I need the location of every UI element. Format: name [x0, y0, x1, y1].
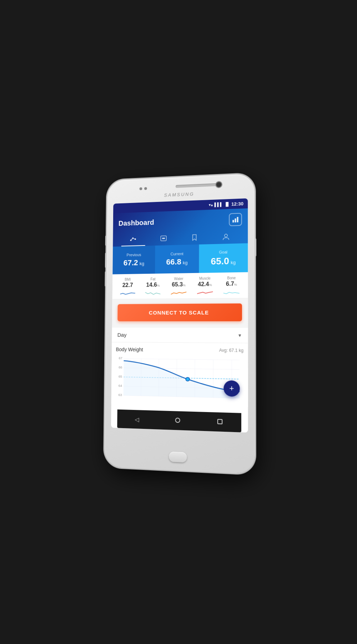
nav-tab-scale[interactable] — [148, 231, 179, 246]
bmi-label: BMI — [125, 278, 131, 282]
brand-label: SAMSUNG — [164, 191, 194, 198]
home-circle-icon — [175, 417, 180, 423]
fat-value: 14.6 — [146, 282, 157, 288]
current-unit: kg — [183, 260, 188, 265]
recent-apps-icon — [217, 419, 222, 424]
previous-unit: kg — [140, 261, 144, 266]
home-button[interactable] — [175, 417, 180, 425]
physical-home-button[interactable] — [169, 451, 187, 462]
bar-chart-icon — [232, 216, 238, 223]
chart-icon-button[interactable] — [229, 213, 242, 226]
fat-value-row: 14.6% — [146, 282, 160, 288]
goal-value: 65.0 — [211, 256, 229, 267]
profile-icon — [222, 233, 230, 243]
comp-muscle: Muscle 42.4% — [196, 276, 213, 296]
svg-point-28 — [186, 377, 190, 381]
sensor-dot-1 — [140, 187, 142, 190]
chart-header: Body Weight Avg: 67.1 kg — [116, 347, 244, 353]
volume-up-button[interactable] — [105, 236, 107, 246]
chart-title: Body Weight — [116, 347, 143, 352]
goal-unit: kg — [231, 259, 236, 265]
svg-rect-2 — [237, 217, 238, 222]
water-value: 65.3 — [172, 281, 183, 287]
phone-sensors — [140, 187, 147, 190]
power-button[interactable] — [255, 238, 256, 257]
previous-value-row: 67.2 kg — [124, 258, 145, 268]
bmi-chart — [120, 290, 135, 297]
chart-avg: Avg: 67.1 kg — [219, 348, 243, 353]
signal-icon: ▌▌▌ — [215, 202, 223, 207]
bone-label: Bone — [227, 276, 236, 280]
day-selector[interactable]: Day ▼ — [112, 326, 248, 343]
nav-tab-graph[interactable] — [118, 232, 148, 247]
chart-area: 67 66 65 64 63 — [115, 355, 243, 404]
metric-goal: Goal 65.0 kg — [199, 243, 248, 273]
muscle-chart — [197, 289, 213, 296]
dropdown-arrow-icon: ▼ — [238, 333, 242, 338]
nav-tab-profile[interactable] — [210, 229, 242, 244]
android-nav-bar: ◁ — [117, 410, 241, 432]
camera-button[interactable] — [105, 271, 106, 287]
add-measurement-button[interactable]: + — [223, 380, 240, 397]
recents-button[interactable] — [217, 418, 222, 426]
goal-value-row: 65.0 kg — [211, 255, 236, 267]
volume-down-button[interactable] — [105, 253, 107, 268]
body-composition: BMI 22.7 Fat 14.6% Water 65.3 — [112, 272, 248, 299]
connect-section: CONNECT TO SCALE — [112, 298, 248, 327]
current-value-row: 66.8 kg — [166, 257, 187, 267]
svg-line-6 — [131, 238, 132, 240]
current-label: Current — [171, 252, 183, 256]
comp-bone: Bone 6.7% — [223, 276, 240, 296]
bmi-value: 22.7 — [122, 282, 133, 288]
graph-icon — [130, 235, 137, 245]
current-value: 66.8 — [166, 257, 181, 267]
dashboard-header: Dashboard — [113, 208, 248, 247]
previous-value: 67.2 — [124, 258, 138, 267]
svg-point-10 — [225, 234, 227, 237]
nav-tab-bookmark[interactable] — [179, 230, 210, 245]
goal-label: Goal — [219, 250, 227, 254]
phone-device: SAMSUNG ▾▴ ▌▌▌ ▐▌ 12:30 Dashboard — [105, 174, 255, 474]
svg-line-16 — [124, 358, 240, 360]
water-chart — [171, 289, 187, 296]
svg-text:64: 64 — [119, 384, 122, 387]
bookmark-icon — [191, 233, 198, 243]
scale-icon — [160, 234, 167, 244]
connect-to-scale-button[interactable]: CONNECT TO SCALE — [117, 303, 242, 321]
svg-text:63: 63 — [118, 393, 122, 397]
back-button[interactable]: ◁ — [135, 416, 139, 423]
water-value-row: 65.3% — [172, 281, 186, 288]
svg-rect-0 — [232, 220, 234, 222]
phone-camera — [216, 182, 222, 188]
muscle-value-row: 42.4% — [198, 281, 212, 288]
bone-chart — [223, 288, 240, 296]
bone-value: 6.7 — [226, 281, 234, 287]
svg-text:65: 65 — [119, 375, 122, 378]
comp-water: Water 65.3% — [170, 277, 187, 296]
muscle-value: 42.4 — [198, 281, 209, 287]
svg-line-7 — [134, 238, 135, 239]
comp-bmi: BMI 22.7 — [119, 277, 136, 297]
sensor-dot-2 — [144, 187, 147, 190]
previous-label: Previous — [127, 253, 141, 257]
body-weight-chart: 67 66 65 64 63 — [115, 355, 243, 404]
svg-rect-9 — [162, 238, 165, 239]
metric-previous: Previous 67.2 kg — [112, 246, 155, 274]
status-icons: ▾▴ ▌▌▌ ▐▌ 12:30 — [209, 201, 243, 208]
svg-rect-1 — [235, 218, 236, 222]
header-top: Dashboard — [119, 213, 242, 230]
bone-value-row: 6.7% — [226, 281, 237, 287]
period-label: Day — [117, 332, 127, 338]
fat-chart — [145, 289, 161, 297]
muscle-label: Muscle — [199, 276, 211, 280]
fat-label: Fat — [151, 277, 156, 281]
svg-text:66: 66 — [119, 366, 122, 369]
phone-speaker — [176, 183, 218, 188]
status-time: 12:30 — [231, 201, 243, 207]
svg-point-5 — [135, 238, 136, 240]
wifi-icon: ▾▴ — [209, 202, 213, 207]
battery-icon: ▐▌ — [224, 202, 230, 207]
svg-text:67: 67 — [119, 356, 122, 360]
dashboard-title: Dashboard — [119, 218, 154, 228]
chart-section: Body Weight Avg: 67.1 kg 67 66 65 64 63 — [111, 342, 248, 407]
